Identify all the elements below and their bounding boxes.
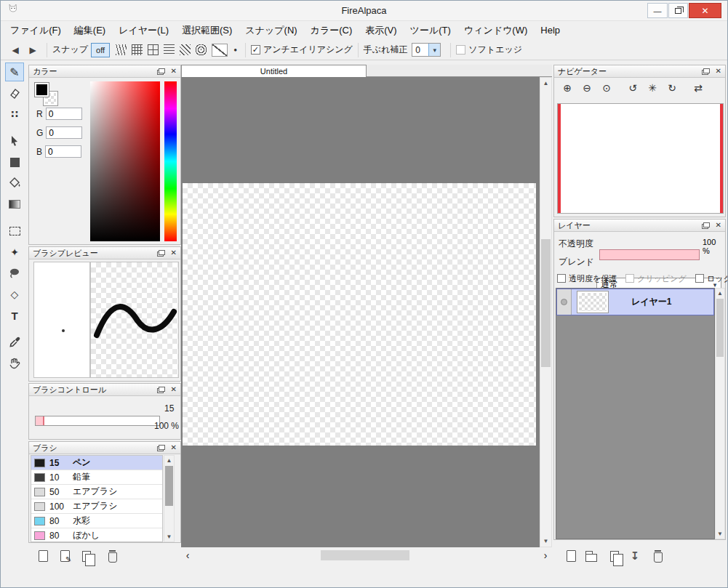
close-panel-icon[interactable]: ✕ <box>171 68 177 75</box>
close-panel-icon[interactable]: ✕ <box>716 68 721 75</box>
delete-layer-button[interactable] <box>649 547 667 565</box>
duplicate-brush-button[interactable] <box>78 547 95 565</box>
close-panel-icon[interactable]: ✕ <box>171 249 177 257</box>
tool-eyedropper[interactable] <box>5 333 24 352</box>
brush-list-item[interactable]: 50 エアブラシ <box>31 485 162 499</box>
layer-visibility-cell[interactable] <box>557 289 572 315</box>
snap-grid-coarse-button[interactable] <box>145 42 161 58</box>
float-panel-icon[interactable] <box>159 68 165 73</box>
scroll-up-icon[interactable]: ▲ <box>164 456 174 465</box>
menu-view[interactable]: 表示(V) <box>359 21 403 40</box>
clipping-checkbox[interactable] <box>625 274 634 283</box>
scroll-right-icon[interactable]: › <box>540 547 551 563</box>
menu-color[interactable]: カラー(C) <box>304 21 359 40</box>
close-panel-icon[interactable]: ✕ <box>171 444 177 451</box>
tool-eraser[interactable] <box>5 84 24 102</box>
layer-row-selected[interactable]: レイヤー1 <box>556 289 714 315</box>
scroll-left-icon[interactable]: ‹ <box>183 547 193 563</box>
foreground-color-swatch[interactable] <box>35 83 49 97</box>
hue-bar[interactable] <box>164 81 177 241</box>
blue-channel-input[interactable] <box>45 145 81 158</box>
stabilizer-dropdown[interactable]: 0 ▾ <box>412 43 441 57</box>
menu-edit[interactable]: 編集(E) <box>68 21 112 40</box>
layer-scrollbar-thumb[interactable] <box>716 299 724 357</box>
maximize-button[interactable] <box>668 3 688 18</box>
brush-list-item[interactable]: 80 水彩 <box>31 514 162 528</box>
rotate-left-button[interactable]: ↺ <box>624 80 641 96</box>
tool-move[interactable] <box>5 132 24 150</box>
nav-next-button[interactable]: ▶ <box>24 42 41 58</box>
brush-list-scrollbar[interactable]: ▲ ▼ <box>164 455 175 542</box>
layer-list-scrollbar[interactable]: ▲ ▼ <box>715 288 725 539</box>
close-panel-icon[interactable]: ✕ <box>171 386 177 393</box>
menu-tool[interactable]: ツール(T) <box>404 21 457 40</box>
tool-polygon-select[interactable]: ◇ <box>5 285 24 304</box>
minimize-button[interactable]: — <box>647 3 668 18</box>
lock-checkbox[interactable] <box>695 274 704 283</box>
layer-opacity-slider[interactable] <box>599 249 700 260</box>
edit-brush-button[interactable] <box>56 547 73 565</box>
title-bar[interactable]: FireAlpaca — ✕ <box>1 1 727 21</box>
snap-off-button[interactable]: off <box>91 43 110 57</box>
saturation-value-picker[interactable] <box>90 81 160 241</box>
snap-diagonal-button[interactable] <box>177 42 193 58</box>
tool-gradient[interactable] <box>5 195 24 214</box>
scroll-up-icon[interactable]: ▲ <box>540 78 551 89</box>
snap-curve-preview[interactable] <box>212 44 228 57</box>
float-panel-icon[interactable] <box>703 68 710 73</box>
float-panel-icon[interactable] <box>159 250 165 255</box>
canvas-hscrollbar-thumb[interactable] <box>321 550 409 560</box>
flip-horizontal-button[interactable]: ⇄ <box>689 80 707 96</box>
canvas-vertical-scrollbar[interactable]: ▲ ▼ <box>540 77 552 547</box>
float-panel-icon[interactable] <box>159 387 165 392</box>
menu-file[interactable]: ファイル(F) <box>4 21 68 40</box>
canvas[interactable] <box>183 183 536 446</box>
scroll-down-icon[interactable]: ▼ <box>540 536 551 547</box>
rotate-reset-button[interactable]: ✳ <box>644 80 661 96</box>
scroll-up-icon[interactable]: ▲ <box>716 289 724 298</box>
canvas-horizontal-scrollbar[interactable]: ‹ › <box>181 547 552 563</box>
softedge-checkbox[interactable] <box>456 45 465 55</box>
menu-snap[interactable]: スナップ(N) <box>239 21 303 40</box>
canvas-viewport[interactable] <box>181 77 540 547</box>
zoom-in-button[interactable]: ⊕ <box>559 80 576 96</box>
tool-select-rect[interactable] <box>5 222 24 241</box>
delete-brush-button[interactable] <box>104 547 121 565</box>
tool-dot[interactable]: ∷ <box>5 105 24 124</box>
close-panel-icon[interactable]: ✕ <box>716 222 721 229</box>
snap-parallel-button[interactable] <box>161 42 177 58</box>
brush-list-item[interactable]: 100 エアブラシ <box>31 499 162 514</box>
tool-magic-wand[interactable]: ✦ <box>5 243 24 262</box>
rotate-right-button[interactable]: ↻ <box>663 80 681 96</box>
tool-pen[interactable]: ✎ <box>5 63 24 81</box>
canvas-vscrollbar-thumb[interactable] <box>541 239 551 367</box>
snap-grid-button[interactable] <box>129 42 145 58</box>
tool-bucket[interactable] <box>5 174 24 193</box>
tool-hand[interactable] <box>5 354 24 373</box>
tool-lasso[interactable] <box>5 264 24 283</box>
brush-list-item[interactable]: 10 鉛筆 <box>31 470 162 485</box>
float-panel-icon[interactable] <box>703 222 710 227</box>
add-folder-button[interactable] <box>583 547 600 565</box>
canvas-tab-untitled[interactable]: Untitled <box>181 65 367 77</box>
brush-list-item[interactable]: 15 ペン <box>31 456 162 470</box>
scroll-down-icon[interactable]: ▼ <box>164 532 174 541</box>
zoom-reset-button[interactable]: ⊙ <box>598 80 615 96</box>
brush-list-item[interactable]: 80 ぼかし <box>31 528 162 542</box>
add-brush-button[interactable] <box>34 547 52 565</box>
zoom-out-button[interactable]: ⊖ <box>578 80 596 96</box>
brush-size-slider[interactable] <box>35 416 160 426</box>
snap-radial-button[interactable] <box>193 42 209 58</box>
green-channel-input[interactable] <box>46 126 82 139</box>
merge-layer-button[interactable]: ↧ <box>626 547 644 565</box>
snap-perspective-button[interactable] <box>113 42 129 58</box>
brush-scrollbar-thumb[interactable] <box>165 466 173 506</box>
nav-prev-button[interactable]: ◀ <box>7 42 24 58</box>
navigator-preview[interactable] <box>557 103 724 214</box>
menu-select[interactable]: 選択範囲(S) <box>175 21 239 40</box>
menu-help[interactable]: Help <box>534 21 567 40</box>
protect-alpha-checkbox[interactable] <box>557 274 566 283</box>
menu-layer[interactable]: レイヤー(L) <box>112 21 175 40</box>
menu-window[interactable]: ウィンドウ(W) <box>457 21 534 40</box>
red-channel-input[interactable] <box>46 108 82 120</box>
